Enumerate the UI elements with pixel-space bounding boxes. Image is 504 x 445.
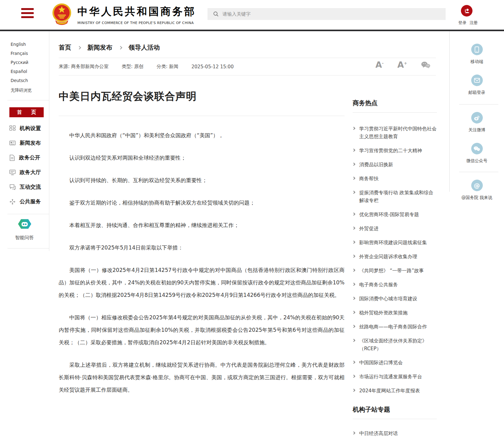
org-grid-icon bbox=[9, 125, 16, 132]
paragraph: 认识到可持续的、长期的、互利的双边经贸关系的重要性； bbox=[59, 174, 345, 186]
rail-item-wechat[interactable]: 微信公众号 bbox=[450, 143, 504, 164]
content-header: 首页 新闻发布 领导人活动 来源: 商务部新闻办公室 类型: 原创 分类: 新闻… bbox=[59, 31, 436, 75]
rail-item-label: 关注微博 bbox=[450, 127, 504, 133]
chevron-right-icon bbox=[77, 46, 81, 49]
chevron-right-icon bbox=[352, 213, 355, 216]
rail-item-mobile[interactable]: 移动端 bbox=[450, 44, 504, 65]
chevron-right-icon bbox=[352, 361, 355, 364]
left-sidebar: English Français Русский Español Deutsch… bbox=[0, 31, 49, 251]
breadcrumb: 首页 新闻发布 领导人活动 bbox=[59, 31, 436, 52]
chevron-right-icon bbox=[119, 46, 122, 49]
ai-qa-label: 智能问答 bbox=[0, 235, 49, 241]
chevron-right-icon bbox=[352, 255, 355, 258]
chevron-right-icon bbox=[352, 339, 355, 342]
list-item[interactable]: 中日经济高层对话 bbox=[353, 430, 437, 438]
accessibility-link[interactable]: 无障碍浏览 bbox=[0, 83, 49, 93]
search-input[interactable] bbox=[223, 11, 422, 17]
chevron-right-icon bbox=[352, 297, 355, 300]
sidebar-item-gov-info[interactable]: 政务公开 bbox=[0, 150, 49, 165]
rail-item-label: 移动端 bbox=[450, 59, 504, 65]
chevron-right-icon bbox=[352, 177, 355, 180]
rail-divider bbox=[459, 172, 498, 172]
rail-divider bbox=[459, 104, 498, 104]
sidebar-item-news[interactable]: 新闻发布 bbox=[0, 136, 49, 150]
chevron-right-icon bbox=[352, 283, 355, 286]
list-item[interactable]: 《区域全面经济伙伴关系协定》（RCEP） bbox=[353, 337, 437, 353]
breadcrumb-leader-activity[interactable]: 领导人活动 bbox=[129, 43, 160, 52]
wechat-icon bbox=[471, 143, 483, 154]
rail-item-label: @国务院 我来说 bbox=[450, 195, 504, 201]
list-item[interactable]: 中国国际进口博览会 bbox=[353, 359, 437, 367]
rail-item-weibo[interactable]: 关注微博 bbox=[450, 112, 504, 133]
meta-source: 来源: 商务部新闻办公室 bbox=[59, 64, 109, 70]
divider bbox=[353, 419, 437, 419]
list-item[interactable]: 稳外贸稳外资政策措施 bbox=[353, 309, 437, 317]
hot-topics-list: 学习贯彻习近平新时代中国特色社会主义思想主题教育 学习宣传贯彻党的二十大精神 消… bbox=[353, 125, 437, 395]
chevron-right-icon bbox=[352, 389, 355, 392]
list-item[interactable]: 丝路电商——电子商务国际合作 bbox=[353, 323, 437, 331]
rail-item-mail[interactable]: 邮箱登录 bbox=[450, 75, 504, 95]
chevron-right-icon bbox=[352, 375, 355, 378]
list-item[interactable]: 提振消费专项行动 政策集成和综合解读专栏 bbox=[353, 189, 437, 205]
rail-item-label: 邮箱登录 bbox=[450, 90, 504, 95]
login-link[interactable]: 登录 bbox=[458, 20, 467, 25]
sidebar-item-label: 政务公开 bbox=[19, 154, 40, 161]
breadcrumb-home[interactable]: 首页 bbox=[59, 43, 71, 52]
rail-item-at-gov[interactable]: @ @国务院 我来说 bbox=[450, 180, 504, 201]
search-bar[interactable] bbox=[208, 8, 446, 20]
meta-type: 类型: 原创 bbox=[122, 64, 144, 70]
breadcrumb-news[interactable]: 新闻发布 bbox=[87, 43, 112, 52]
sub-sites-heading: 机构子站专题 bbox=[353, 405, 437, 414]
list-item[interactable]: 学习宣传贯彻党的二十大精神 bbox=[353, 147, 437, 155]
article-meta: 来源: 商务部新闻办公室 类型: 原创 分类: 新闻 2025-05-12 15… bbox=[59, 58, 436, 75]
sidebar-item-home[interactable]: 首 页 bbox=[9, 107, 44, 117]
divider bbox=[59, 116, 345, 116]
site-brand: 中华人民共和国商务部 MINISTRY OF COMMERCE OF THE P… bbox=[77, 5, 196, 25]
user-avatar-icon[interactable] bbox=[461, 5, 472, 17]
paragraph: 认识到双边经贸关系对两国和全球经济的重要性； bbox=[59, 152, 345, 164]
divider bbox=[59, 75, 436, 75]
right-rail: 移动端 邮箱登录 关注微博 bbox=[449, 31, 504, 192]
font-increase-button[interactable]: A+ bbox=[397, 60, 407, 69]
site-subtitle: MINISTRY OF COMMERCE OF THE PEOPLE'S REP… bbox=[77, 21, 196, 25]
lang-english[interactable]: English bbox=[11, 42, 26, 47]
list-item[interactable]: 外贸促进 bbox=[353, 225, 437, 233]
list-item[interactable]: 商务帮扶 bbox=[353, 175, 437, 183]
list-item[interactable]: 2024年度网站工作年度报表 bbox=[353, 387, 437, 395]
register-link[interactable]: 注册 bbox=[470, 20, 478, 25]
lang-russian[interactable]: Русский bbox=[11, 60, 28, 65]
list-item[interactable]: 市场运行与流通发展服务平台 bbox=[353, 373, 437, 381]
sidebar-item-interaction[interactable]: 互动交流 bbox=[0, 180, 49, 194]
paragraph: 鉴于双方近期的讨论，相信持续的协商有助于解决双方在经贸领域关切的问题； bbox=[59, 196, 345, 209]
sidebar-item-public-service[interactable]: 公共服务 bbox=[0, 194, 49, 209]
sidebar-item-label: 新闻发布 bbox=[20, 139, 41, 147]
hamburger-menu-icon[interactable] bbox=[21, 8, 34, 18]
sidebar-divider bbox=[7, 100, 49, 100]
search-icon bbox=[213, 11, 219, 17]
paragraph: 采取上述举措后，双方将建立机制，继续就经贸关系进行协商。中方代表是国务院副总理何… bbox=[59, 359, 345, 396]
list-item[interactable]: 消费品以旧换新 bbox=[353, 161, 437, 169]
sidebar-item-gov-hall[interactable]: 政务大厅 bbox=[0, 165, 49, 180]
list-item[interactable]: 影响营商环境建设问题线索征集 bbox=[353, 239, 437, 247]
sidebar-item-org[interactable]: 机构设置 bbox=[0, 121, 49, 136]
font-decrease-button[interactable]: A- bbox=[375, 60, 384, 69]
hot-topics-heading: 商务热点 bbox=[353, 99, 437, 107]
chevron-right-icon bbox=[352, 163, 355, 166]
ai-qa-widget[interactable]: 智能问答 bbox=[0, 214, 49, 241]
lang-francais[interactable]: Français bbox=[11, 51, 28, 56]
mobile-icon bbox=[471, 44, 483, 55]
list-item[interactable]: 电子商务公共服务 bbox=[353, 281, 437, 289]
list-item[interactable]: 《共同梦想》 “一带一路”故事 bbox=[353, 267, 437, 275]
list-item[interactable]: 国际消费中心城市培育建设 bbox=[353, 295, 437, 303]
lang-espanol[interactable]: Español bbox=[11, 69, 27, 74]
ai-robot-icon bbox=[17, 218, 32, 230]
at-icon: @ bbox=[471, 180, 483, 191]
list-item[interactable]: 外资企业问题诉求收集办理 bbox=[353, 253, 437, 261]
hot-topics-sidebar: 商务热点 学习贯彻习近平新时代中国特色社会主义思想主题教育 学习宣传贯彻党的二十… bbox=[353, 76, 437, 444]
list-item[interactable]: 优化营商环境-国际贸易专题 bbox=[353, 211, 437, 219]
list-item[interactable]: 学习贯彻习近平新时代中国特色社会主义思想主题教育 bbox=[353, 125, 437, 141]
chevron-right-icon bbox=[352, 149, 355, 152]
chevron-right-icon bbox=[352, 227, 355, 230]
wechat-share-icon[interactable] bbox=[421, 61, 430, 69]
lang-deutsch[interactable]: Deutsch bbox=[11, 78, 28, 83]
